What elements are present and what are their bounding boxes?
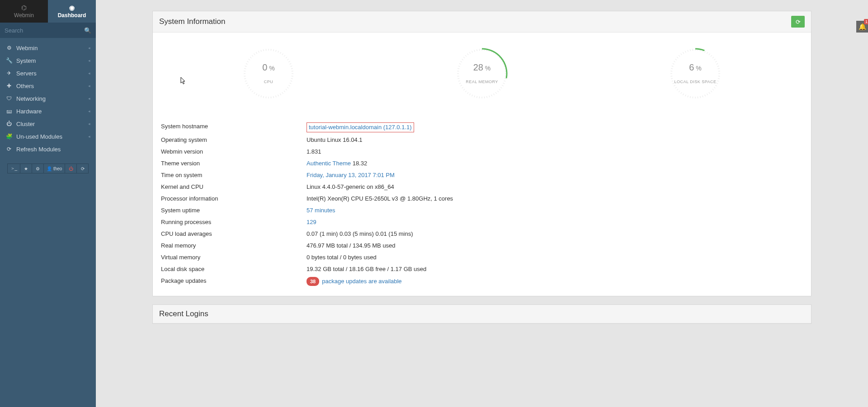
info-link[interactable]: package updates are available (322, 278, 401, 285)
info-row: Time on systemFriday, January 13, 2017 7… (161, 169, 803, 181)
nav-icon: 🖴 (5, 108, 13, 114)
bottom-button-5[interactable]: ⟳ (77, 164, 89, 173)
info-key: Kernel and CPU (161, 183, 307, 191)
info-row: Processor informationIntel(R) Xeon(R) CP… (161, 193, 803, 205)
svg-line-99 (462, 87, 463, 88)
search-input[interactable] (5, 27, 84, 34)
info-row: CPU load averages0.07 (1 min) 0.03 (5 mi… (161, 228, 803, 240)
info-key: System uptime (161, 206, 307, 215)
chevron-left-icon: ◂ (88, 134, 90, 139)
info-key: Package updates (161, 277, 307, 286)
nav-label: Hardware (16, 108, 88, 115)
sidebar-item-system[interactable]: 🔧System◂ (0, 54, 96, 67)
system-info-panel: System Information ⟳ 0 %CPU28 %REAL MEMO… (152, 11, 811, 296)
tab-label: Webmin (14, 12, 34, 19)
sidebar-item-un-used-modules[interactable]: 🧩Un-used Modules◂ (0, 130, 96, 143)
svg-line-128 (712, 57, 714, 58)
nav-icon: ⏻ (5, 121, 13, 127)
refresh-button[interactable]: ⟳ (791, 16, 805, 28)
recent-logins-panel: Recent Logins (152, 304, 811, 324)
nav-icon: 🛡 (5, 95, 13, 102)
info-value: 0 bytes total / 0 bytes used (307, 254, 377, 261)
svg-line-154 (685, 95, 686, 97)
svg-line-112 (463, 57, 465, 58)
bottom-button-1[interactable]: ★ (20, 164, 32, 173)
nav-icon: 🧩 (5, 133, 13, 140)
sidebar-item-cluster[interactable]: ⏻Cluster◂ (0, 117, 96, 130)
svg-line-38 (250, 89, 251, 90)
notification-count: 1 (864, 19, 868, 24)
main: System Information ⟳ 0 %CPU28 %REAL MEMO… (96, 0, 868, 407)
svg-line-145 (707, 94, 708, 95)
svg-line-34 (259, 95, 259, 97)
svg-line-97 (465, 91, 467, 92)
svg-line-26 (278, 95, 279, 97)
svg-line-174 (681, 54, 682, 55)
bottom-button-0[interactable]: ＞_ (7, 164, 21, 173)
svg-line-115 (470, 52, 471, 53)
svg-line-129 (714, 59, 715, 60)
svg-line-155 (683, 94, 684, 95)
svg-line-57 (261, 50, 261, 52)
dashboard-icon: ◉ (69, 4, 75, 11)
svg-line-87 (489, 96, 490, 98)
bottom-button-2[interactable]: ⚙ (32, 164, 44, 173)
panel-header: System Information ⟳ (153, 11, 811, 33)
info-row: Running processes129 (161, 216, 803, 228)
info-link[interactable]: Authentic Theme (307, 160, 351, 167)
svg-line-111 (462, 59, 463, 60)
svg-line-146 (705, 95, 706, 97)
svg-line-28 (274, 96, 274, 98)
svg-line-81 (500, 87, 502, 88)
sidebar-item-others[interactable]: ✚Others◂ (0, 80, 96, 92)
svg-line-84 (495, 92, 496, 94)
chevron-left-icon: ◂ (88, 122, 90, 126)
sidebar-item-hardware[interactable]: 🖴Hardware◂ (0, 105, 96, 117)
svg-line-40 (247, 85, 248, 86)
svg-line-118 (477, 49, 477, 51)
info-row: Local disk space19.32 GB total / 18.16 G… (161, 263, 803, 275)
svg-line-33 (261, 96, 261, 98)
svg-line-172 (677, 57, 678, 58)
svg-line-37 (252, 91, 253, 92)
svg-line-32 (264, 96, 264, 98)
info-row: Real memory476.97 MB total / 134.95 MB u… (161, 240, 803, 252)
chevron-left-icon: ◂ (88, 46, 90, 50)
info-key: CPU load averages (161, 230, 307, 238)
svg-line-20 (288, 85, 290, 86)
info-link[interactable]: Friday, January 13, 2017 7:01 PM (307, 172, 395, 178)
svg-line-95 (470, 94, 471, 95)
svg-line-35 (256, 94, 257, 95)
sidebar: ⌬ Webmin ◉ Dashboard 🔍 ⚙Webmin◂🔧System◂✈… (0, 0, 96, 407)
hostname-box: tutorial-webmin.localdomain (127.0.1.1) (307, 122, 414, 132)
notification-bell[interactable]: 🔔 1 (856, 21, 868, 33)
info-link[interactable]: 57 minutes (307, 207, 335, 214)
svg-line-157 (679, 91, 680, 92)
tab-webmin[interactable]: ⌬ Webmin (0, 0, 48, 23)
bottom-button-4[interactable]: ⏻ (65, 164, 77, 173)
sidebar-item-refresh-modules[interactable]: ⟳Refresh Modules (0, 143, 96, 155)
svg-line-7 (284, 55, 285, 56)
info-link[interactable]: tutorial-webmin.localdomain (127.0.1.1) (309, 124, 412, 131)
svg-line-160 (674, 85, 675, 86)
svg-line-9 (287, 59, 288, 60)
sidebar-item-networking[interactable]: 🛡Networking◂ (0, 92, 96, 105)
info-key: Operating system (161, 136, 307, 144)
gauge-cpu: 0 %CPU (239, 44, 298, 104)
tab-dashboard[interactable]: ◉ Dashboard (48, 0, 96, 23)
info-row: System hostnametutorial-webmin.localdoma… (161, 121, 803, 134)
svg-line-177 (688, 50, 688, 52)
svg-line-25 (280, 94, 281, 95)
svg-line-22 (286, 89, 287, 90)
svg-line-125 (707, 52, 708, 53)
sidebar-item-webmin[interactable]: ⚙Webmin◂ (0, 42, 96, 54)
svg-line-77 (505, 79, 506, 79)
info-value-cell: Authentic Theme 18.32 (307, 159, 803, 168)
sidebar-item-servers[interactable]: ✈Servers◂ (0, 67, 96, 80)
svg-line-176 (685, 51, 686, 53)
info-link[interactable]: 129 (307, 219, 316, 225)
info-key: Time on system (161, 171, 307, 179)
svg-line-5 (280, 52, 281, 53)
search-icon[interactable]: 🔍 (84, 27, 91, 34)
bottom-button-3[interactable]: 👤 theo (44, 164, 65, 173)
